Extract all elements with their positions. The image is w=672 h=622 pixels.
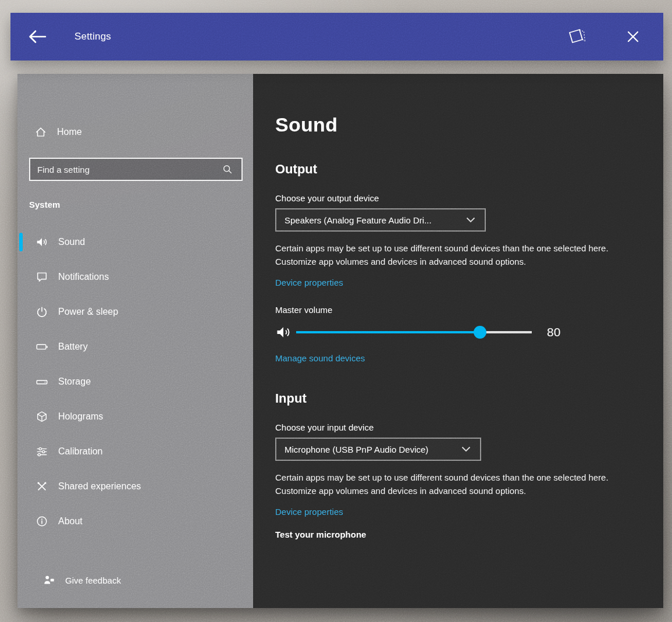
output-device-value: Speakers (Analog Feature Audio Dri... xyxy=(285,215,432,225)
settings-window: Home System Sound Notificati xyxy=(17,74,663,608)
about-icon xyxy=(35,514,49,528)
master-volume-label: Master volume xyxy=(275,305,640,315)
output-description: Certain apps may be set up to use differ… xyxy=(275,242,617,268)
search-input[interactable] xyxy=(37,165,221,175)
sidebar-item-sound[interactable]: Sound xyxy=(17,225,253,260)
adjust-window-icon xyxy=(566,26,586,47)
sidebar-item-power-sleep[interactable]: Power & sleep xyxy=(17,294,253,329)
sidebar-item-give-feedback[interactable]: Give feedback xyxy=(17,568,253,592)
titlebar-actions xyxy=(562,23,646,51)
input-device-label: Choose your input device xyxy=(275,422,640,432)
sidebar-item-battery[interactable]: Battery xyxy=(17,329,253,364)
slider-fill xyxy=(296,331,480,333)
sidebar-item-label: Calibration xyxy=(58,446,102,457)
search-box[interactable] xyxy=(29,158,243,181)
output-device-label: Choose your output device xyxy=(275,193,640,203)
input-heading: Input xyxy=(275,391,640,406)
sidebar-item-home[interactable]: Home xyxy=(17,120,253,144)
holograms-icon xyxy=(35,410,49,424)
sound-icon xyxy=(35,235,49,249)
power-icon xyxy=(35,305,49,319)
back-arrow-icon xyxy=(26,27,49,46)
calibration-icon xyxy=(35,445,49,458)
input-device-value: Microphone (USB PnP Audio Device) xyxy=(285,445,428,454)
sidebar-item-calibration[interactable]: Calibration xyxy=(17,434,253,469)
master-volume-value: 80 xyxy=(547,325,560,339)
selection-indicator xyxy=(19,233,23,251)
home-label: Home xyxy=(57,127,82,137)
notifications-icon xyxy=(35,270,49,284)
sidebar-section-label: System xyxy=(29,200,253,209)
sidebar-item-label: Storage xyxy=(58,376,91,387)
chevron-down-icon xyxy=(459,446,473,452)
manage-sound-devices-link[interactable]: Manage sound devices xyxy=(275,353,365,363)
input-device-dropdown[interactable]: Microphone (USB PnP Audio Device) xyxy=(275,438,481,461)
chevron-down-icon xyxy=(464,217,478,223)
sidebar-item-about[interactable]: About xyxy=(17,504,253,539)
sidebar-item-label: Shared experiences xyxy=(58,481,141,492)
master-volume-row: 80 xyxy=(275,324,640,340)
titlebar: Settings xyxy=(10,13,663,61)
titlebar-title: Settings xyxy=(74,31,111,42)
search-icon xyxy=(221,162,234,176)
sidebar-item-notifications[interactable]: Notifications xyxy=(17,260,253,294)
feedback-icon xyxy=(42,573,56,587)
back-button[interactable] xyxy=(22,24,52,49)
output-heading: Output xyxy=(275,162,640,177)
sidebar-item-shared-experiences[interactable]: Shared experiences xyxy=(17,469,253,504)
close-button[interactable] xyxy=(620,24,646,49)
sidebar-item-label: Notifications xyxy=(58,272,109,282)
sidebar-item-label: Power & sleep xyxy=(58,307,118,317)
home-icon xyxy=(34,125,48,139)
output-device-dropdown[interactable]: Speakers (Analog Feature Audio Dri... xyxy=(275,208,486,232)
sidebar-spacer xyxy=(17,539,253,568)
battery-icon xyxy=(35,340,49,354)
adjust-window-button[interactable] xyxy=(562,23,590,51)
sidebar-item-label: Holograms xyxy=(58,411,103,422)
sidebar: Home System Sound Notificati xyxy=(17,74,253,608)
test-microphone-label: Test your microphone xyxy=(275,529,640,539)
master-volume-slider[interactable] xyxy=(296,325,532,339)
shared-experiences-icon xyxy=(35,479,49,493)
sidebar-item-holograms[interactable]: Holograms xyxy=(17,399,253,434)
sidebar-item-storage[interactable]: Storage xyxy=(17,364,253,399)
sidebar-item-label: Battery xyxy=(58,342,88,352)
content-panel: Sound Output Choose your output device S… xyxy=(253,74,663,608)
feedback-label: Give feedback xyxy=(65,575,121,585)
page-title: Sound xyxy=(275,113,640,136)
storage-icon xyxy=(35,375,49,389)
close-icon xyxy=(624,27,642,46)
output-device-properties-link[interactable]: Device properties xyxy=(275,278,343,287)
sidebar-nav: Sound Notifications Power & sleep xyxy=(17,225,253,539)
volume-speaker-icon xyxy=(275,324,291,340)
input-device-properties-link[interactable]: Device properties xyxy=(275,507,343,517)
sidebar-item-label: About xyxy=(58,516,83,527)
sidebar-item-label: Sound xyxy=(58,237,85,247)
slider-thumb[interactable] xyxy=(474,326,486,339)
input-description: Certain apps may be set up to use differ… xyxy=(275,471,617,497)
